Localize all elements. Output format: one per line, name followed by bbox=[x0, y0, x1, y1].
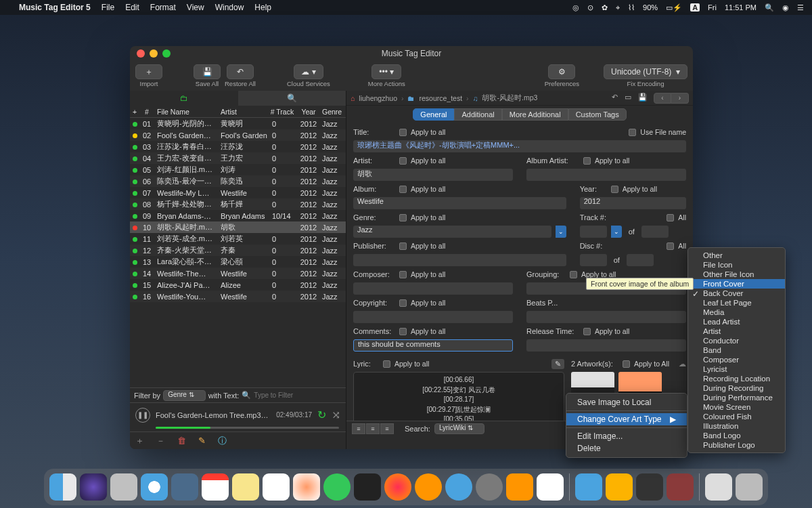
composer-input[interactable] bbox=[353, 282, 513, 295]
repeat-icon[interactable]: ↻ bbox=[317, 408, 326, 421]
zoom-button[interactable] bbox=[162, 49, 171, 58]
header-add[interactable]: + bbox=[130, 108, 139, 116]
dock-messages[interactable] bbox=[323, 473, 351, 501]
disc-input[interactable] bbox=[580, 254, 607, 266]
chevron-down-icon[interactable]: ⌄ bbox=[611, 226, 622, 238]
release-apply-checkbox[interactable] bbox=[583, 328, 591, 335]
table-row[interactable]: 05刘涛-红颜旧.m…刘涛02012Jazz bbox=[130, 164, 346, 175]
breadcrumb-item[interactable]: liuhengzhuo bbox=[359, 94, 397, 102]
menu-delete[interactable]: Delete bbox=[566, 442, 687, 454]
genre-apply-checkbox[interactable] bbox=[399, 214, 407, 221]
rename-icon[interactable]: ✎ bbox=[198, 436, 206, 446]
submenu-item[interactable]: Front Cover bbox=[688, 279, 785, 289]
track-all-checkbox[interactable] bbox=[667, 214, 674, 221]
align-right-button[interactable]: ≡ bbox=[380, 423, 394, 434]
menu-help[interactable]: Help bbox=[254, 3, 271, 12]
delete-icon[interactable]: 🗑 bbox=[177, 436, 186, 446]
tab-search[interactable]: 🔍 bbox=[238, 91, 346, 106]
dock-sublime[interactable] bbox=[506, 473, 533, 501]
dock-calendar[interactable] bbox=[202, 473, 229, 501]
album-artist-apply-checkbox[interactable] bbox=[583, 157, 591, 165]
dock-xcode[interactable] bbox=[575, 473, 602, 501]
header-artist[interactable]: Artist bbox=[218, 108, 268, 116]
publisher-apply-checkbox[interactable] bbox=[399, 242, 407, 250]
artist-apply-checkbox[interactable] bbox=[399, 157, 407, 165]
submenu-item[interactable]: Media bbox=[688, 308, 785, 317]
submenu-item[interactable]: Composer bbox=[688, 355, 785, 364]
dock-settings[interactable] bbox=[476, 473, 503, 501]
dock-app[interactable] bbox=[636, 473, 663, 501]
more-actions-button[interactable]: ••• ▾ bbox=[371, 64, 401, 79]
align-left-button[interactable]: ≡ bbox=[352, 423, 365, 434]
reveal-icon[interactable]: ▭ bbox=[625, 93, 631, 104]
table-row[interactable]: 03汪苏泷-青春白…汪苏泷02012Jazz bbox=[130, 141, 346, 152]
dock-downloads[interactable] bbox=[705, 473, 732, 501]
menu-format[interactable]: Format bbox=[150, 3, 176, 12]
breadcrumb-item[interactable]: resource_test bbox=[419, 94, 462, 102]
track-total-input[interactable] bbox=[641, 226, 669, 238]
playback-slider[interactable] bbox=[156, 427, 339, 429]
table-row[interactable]: 11刘若英-成全.m…刘若英02012Jazz bbox=[130, 233, 346, 245]
submenu-item[interactable]: Artist bbox=[688, 326, 785, 336]
table-row[interactable]: 02Fool's Garden…Fool's Garden02012Jazz bbox=[130, 129, 346, 141]
lyric-display[interactable]: [00:06.66][00:22.55]变幻 风云几卷[00:28.17][00… bbox=[353, 372, 564, 421]
track-input[interactable] bbox=[580, 226, 607, 238]
table-row[interactable]: 01黄晓明-光阴的…黄晓明02012Jazz bbox=[130, 118, 346, 129]
tab-more-additional[interactable]: More Additional bbox=[502, 108, 568, 121]
menubar-icon[interactable]: ◎ bbox=[572, 3, 579, 12]
close-button[interactable] bbox=[137, 49, 145, 58]
home-icon[interactable]: ⌂ bbox=[351, 94, 355, 102]
bluetooth-icon[interactable]: ⌖ bbox=[616, 3, 620, 12]
title-apply-checkbox[interactable] bbox=[399, 129, 407, 136]
menubar-time[interactable]: 11:51 PM bbox=[725, 3, 757, 12]
menu-edit[interactable]: Edit bbox=[125, 3, 139, 12]
dock-siri[interactable] bbox=[80, 473, 107, 501]
dock-notes[interactable] bbox=[232, 473, 259, 501]
save-icon[interactable]: 💾 bbox=[638, 93, 647, 104]
input-source[interactable]: A bbox=[690, 3, 700, 12]
dock-finder[interactable] bbox=[49, 473, 76, 501]
table-row[interactable]: 10胡歌-风起时.m…胡歌2012Jazz bbox=[130, 221, 346, 233]
dock-textedit[interactable] bbox=[537, 473, 564, 501]
dock-appstore[interactable] bbox=[445, 473, 472, 501]
dock-trash[interactable] bbox=[736, 473, 763, 501]
battery-percent[interactable]: 90% bbox=[643, 3, 658, 12]
cloud-download-icon[interactable]: ☁ bbox=[679, 360, 686, 368]
artwork-apply-checkbox[interactable] bbox=[623, 360, 630, 368]
submenu-item[interactable]: During Performance bbox=[688, 393, 785, 402]
edit-lyric-icon[interactable]: ✎ bbox=[551, 359, 564, 369]
remove-icon[interactable]: － bbox=[156, 435, 165, 447]
submenu-item[interactable]: Lead Artist bbox=[688, 317, 785, 326]
breadcrumb-item[interactable]: 胡歌-风起时.mp3 bbox=[482, 93, 537, 103]
header-filename[interactable]: File Name bbox=[154, 108, 218, 116]
dock-safari[interactable] bbox=[141, 473, 168, 501]
submenu-item[interactable]: Back Cover bbox=[688, 289, 785, 298]
nav-next-button[interactable]: › bbox=[671, 93, 689, 104]
minimize-button[interactable] bbox=[150, 49, 158, 58]
grouping-apply-checkbox[interactable] bbox=[570, 271, 577, 278]
submenu-item[interactable]: Conductor bbox=[688, 336, 785, 345]
battery-icon[interactable]: ▭⚡ bbox=[666, 3, 682, 12]
tab-folder[interactable]: 🗀 bbox=[130, 91, 238, 106]
nav-prev-button[interactable]: ‹ bbox=[654, 93, 671, 104]
wifi-icon[interactable]: ⌇⌇ bbox=[628, 3, 635, 12]
lyric-source-select[interactable]: LyricWiki ⇅ bbox=[434, 423, 484, 434]
dock-preview[interactable] bbox=[171, 473, 198, 501]
table-row[interactable]: 16Westlife-You…Westlife02012Jazz bbox=[130, 291, 346, 302]
menu-window[interactable]: Window bbox=[215, 3, 244, 12]
shuffle-icon[interactable]: ⤨ bbox=[332, 408, 340, 421]
notification-center-icon[interactable]: ☰ bbox=[797, 3, 804, 12]
dock-photos[interactable] bbox=[293, 473, 320, 501]
submenu-item[interactable]: Other bbox=[688, 251, 785, 260]
copyright-input[interactable] bbox=[353, 311, 513, 323]
artist-input[interactable]: 胡歌 bbox=[353, 169, 513, 181]
restore-all-button[interactable]: ↶ bbox=[227, 64, 254, 79]
tab-additional[interactable]: Additional bbox=[454, 108, 501, 121]
header-track[interactable]: # Track bbox=[268, 108, 296, 116]
submenu-item[interactable]: During Recording bbox=[688, 383, 785, 393]
comments-input[interactable]: this should be comments bbox=[353, 339, 513, 352]
preferences-button[interactable]: ⚙ bbox=[548, 64, 575, 79]
submenu-item[interactable]: Lyricist bbox=[688, 364, 785, 374]
header-genre[interactable]: Genre bbox=[321, 108, 345, 116]
dock-reminders[interactable] bbox=[263, 473, 290, 501]
